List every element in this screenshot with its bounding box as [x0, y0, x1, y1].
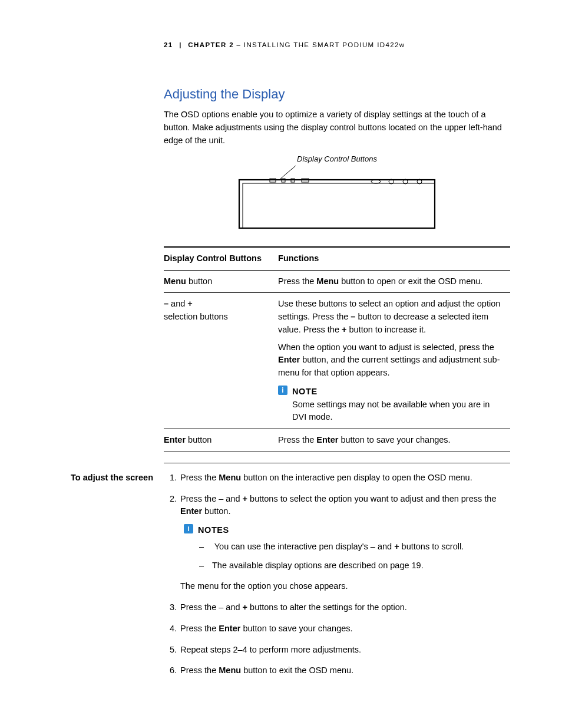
table-header-a: Display Control Buttons [164, 247, 278, 270]
svg-rect-2 [243, 183, 435, 228]
divider [164, 463, 510, 463]
section-row: Adjusting the Display The OSD options en… [52, 84, 510, 472]
left-gutter: To adjust the screen [52, 472, 164, 485]
display-control-diagram [237, 166, 437, 230]
step-4: Press the Enter button to save your chan… [179, 622, 510, 635]
svg-rect-1 [239, 180, 435, 228]
note-title: NOTE [292, 386, 503, 398]
notes-list: You can use the interactive pen display'… [198, 541, 510, 572]
cell-selection-buttons: – and + selection buttons [164, 293, 278, 429]
cell-enter-function: Press the Enter button to save your chan… [278, 429, 510, 452]
running-header: 21 | CHAPTER 2 – INSTALLING THE SMART PO… [164, 40, 510, 50]
table-header-b: Functions [278, 247, 510, 270]
note-block: i NOTE Some settings may not be availabl… [278, 386, 503, 424]
table-row: Menu button Press the Menu button to ope… [164, 270, 510, 293]
cell-menu-function: Press the Menu button to open or exit th… [278, 270, 510, 293]
note-body: Some settings may not be available when … [292, 398, 503, 424]
cell-selection-function: Use these buttons to select an option an… [278, 293, 510, 429]
page: 21 | CHAPTER 2 – INSTALLING THE SMART PO… [0, 0, 562, 728]
step-5: Repeat steps 2–4 to perform more adjustm… [179, 644, 510, 657]
chapter-title: – INSTALLING THE SMART PODIUM ID422w [234, 41, 405, 48]
page-number: 21 [164, 41, 173, 48]
procedure-label: To adjust the screen [71, 473, 153, 482]
table-row: – and + selection buttons Use these butt… [164, 293, 510, 429]
steps-list: Press the Menu button on the interactive… [164, 472, 510, 677]
notes-block: i NOTES You can use the interactive pen … [184, 524, 510, 578]
table-row: Enter button Press the Enter button to s… [164, 429, 510, 452]
step-1: Press the Menu button on the interactive… [179, 472, 510, 485]
chapter-label: CHAPTER 2 [188, 41, 234, 48]
main-column: Adjusting the Display The OSD options en… [164, 84, 510, 472]
notes-title: NOTES [198, 524, 510, 537]
info-icon: i [184, 524, 193, 533]
step-6: Press the Menu button to exit the OSD me… [179, 664, 510, 677]
section-heading: Adjusting the Display [164, 84, 510, 104]
info-icon: i [278, 386, 287, 395]
header-separator: | [179, 41, 182, 48]
selection-p1: Use these buttons to select an option an… [278, 298, 503, 336]
figure-caption: Display Control Buttons [164, 153, 510, 165]
procedure-column: Press the Menu button on the interactive… [164, 472, 510, 686]
display-control-table: Display Control Buttons Functions Menu b… [164, 246, 510, 452]
step-2: Press the – and + buttons to select the … [179, 493, 510, 594]
selection-p2: When the option you want to adjust is se… [278, 341, 503, 380]
step-2-after: The menu for the option you chose appear… [180, 580, 510, 593]
intro-paragraph: The OSD options enable you to optimize a… [164, 108, 510, 147]
svg-line-0 [279, 166, 296, 180]
note-item: You can use the interactive pen display'… [212, 541, 510, 554]
cell-enter-button: Enter button [164, 429, 278, 452]
cell-menu-button: Menu button [164, 270, 278, 293]
procedure-row: To adjust the screen Press the Menu butt… [52, 472, 510, 686]
step-3: Press the – and + buttons to alter the s… [179, 601, 510, 614]
note-item: The available display options are descri… [212, 559, 510, 572]
figure: Display Control Buttons [164, 153, 510, 235]
